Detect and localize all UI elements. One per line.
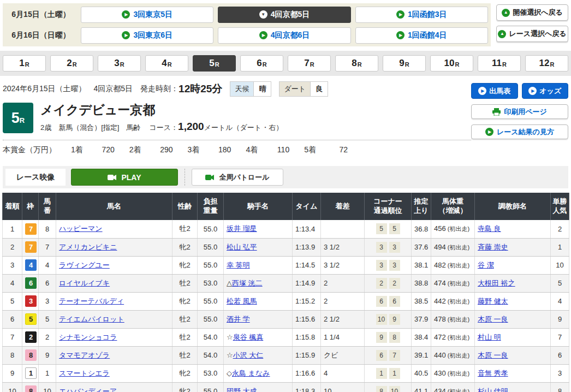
shutuba-button[interactable]: 出馬表: [471, 83, 518, 99]
trainer-link[interactable]: 寺島 良: [478, 224, 501, 233]
meeting-tab[interactable]: 1回函館4日: [355, 27, 488, 44]
race-tab-4r[interactable]: 4R: [145, 55, 188, 72]
back-button[interactable]: レース選択へ戻る: [496, 26, 568, 42]
jockey-link[interactable]: 幸 英明: [227, 261, 250, 269]
back-button[interactable]: 開催選択へ戻る: [496, 4, 568, 21]
race-tab-3r[interactable]: 3R: [98, 55, 141, 72]
last-3f: 37.9: [412, 310, 431, 328]
prize-amount: 290: [150, 145, 173, 154]
trainer-link[interactable]: 村山 明: [478, 333, 501, 341]
finish-time: 1:13.4: [293, 220, 321, 238]
horse-name-link[interactable]: テイエムパイロット: [59, 315, 124, 323]
patrol-button-label: 全周パトロール: [219, 173, 269, 182]
meeting-tab[interactable]: 1回函館3日: [355, 7, 488, 23]
meeting-nav-rows: 6月15日（土曜）3回東京5日4回京都5日1回函館3日6月16日（日曜）3回東京…: [3, 3, 491, 46]
horse-weight-cell: 434 (初出走): [431, 382, 475, 392]
last-3f: 40.5: [412, 364, 431, 382]
trainer-link[interactable]: 音無 秀孝: [478, 369, 508, 377]
horse-name-link[interactable]: スマートシエラ: [59, 369, 110, 377]
margin: 3 1/2: [321, 238, 365, 256]
arrow-up-icon: [502, 9, 510, 17]
race-tab-6r[interactable]: 6R: [240, 55, 283, 72]
back-button-label: 開催選択へ戻る: [513, 8, 563, 17]
race-tab-8r[interactable]: 8R: [335, 55, 378, 72]
sex-age: 牝2: [173, 364, 198, 382]
horse-weight-cell: 440 (初出走): [431, 346, 475, 364]
race-tab-10r[interactable]: 10R: [430, 55, 473, 72]
horse-name-cell: エハバンディーア: [56, 382, 173, 392]
meeting-tab[interactable]: 4回京都5日: [218, 7, 350, 23]
jockey-link[interactable]: 永島 まなみ: [232, 369, 270, 377]
race-tab-1r[interactable]: 1R: [3, 55, 46, 72]
horse-weight-note: (初出走): [446, 388, 469, 392]
prize-label: 本賞金（万円）: [3, 145, 56, 155]
horse-name-link[interactable]: エハバンディーア: [59, 387, 117, 392]
jockey-link[interactable]: 松山 弘平: [227, 243, 257, 251]
trainer-link[interactable]: 谷 潔: [478, 261, 494, 269]
results-guide-button[interactable]: レース結果の見方: [471, 124, 568, 139]
jockey-link[interactable]: 団野 大成: [227, 387, 257, 392]
horse-number: 1: [39, 364, 56, 382]
race-tab-11r[interactable]: 11R: [478, 55, 521, 72]
meeting-tab[interactable]: 3回東京6日: [81, 27, 213, 44]
corner-position: 1: [389, 368, 400, 379]
back-button-label: レース選択へ戻る: [509, 29, 566, 39]
result-row: 10810エハバンディーア牝255.0団野 大成1:18.31081041.14…: [3, 382, 569, 392]
race-tab-2r[interactable]: 2R: [50, 55, 93, 72]
bracket-cell: 7: [22, 220, 39, 238]
race-title-row: 5 R メイクデビュー京都 2歳 新馬（混合）[指定] 馬齢 コース： 1,20…: [3, 103, 471, 133]
horse-weight-note: (初出走): [446, 316, 469, 323]
result-row: 889タマモアオゾラ牡254.0☆小沢 大仁1:15.9クビ6739.1440 …: [3, 346, 569, 364]
odds-button[interactable]: オッズ: [522, 83, 569, 99]
arrow-right-icon: [478, 87, 486, 95]
horse-name-link[interactable]: シナモンショコラ: [59, 333, 117, 341]
trainer-link[interactable]: 藤野 健太: [478, 297, 508, 305]
horse-name-link[interactable]: ロイヤルイブキ: [59, 279, 110, 287]
corner-position: 10: [389, 386, 400, 392]
meeting-tab[interactable]: 4回京都6日: [218, 27, 350, 44]
meeting-tab[interactable]: 3回東京5日: [81, 7, 213, 23]
column-header: 推定 上り: [412, 193, 431, 220]
carried-weight: 55.0: [198, 238, 224, 256]
trainer-link[interactable]: 大根田 裕之: [478, 279, 515, 287]
race-tab-9r[interactable]: 9R: [383, 55, 426, 72]
race-tab-12r[interactable]: 12R: [525, 55, 568, 72]
horse-name-link[interactable]: タマモアオゾラ: [59, 351, 110, 359]
arrow-right-icon: [259, 31, 267, 39]
win-popularity: 3: [551, 364, 569, 382]
trainer-link[interactable]: 斉藤 崇史: [478, 243, 508, 251]
horse-name-link[interactable]: ハッピーマン: [59, 224, 103, 233]
win-popularity: 10: [551, 256, 569, 274]
patrol-video-button[interactable]: 全周パトロール: [192, 169, 283, 186]
nav-date-row: 6月16日（日曜）3回東京6日4回京都6日1回函館4日: [5, 26, 488, 44]
horse-name-link[interactable]: アメリカンビキニ: [59, 243, 117, 251]
jockey-cell: ☆小沢 大仁: [224, 346, 293, 364]
jockey-link[interactable]: 小沢 大仁: [233, 351, 264, 359]
top-navigation: 6月15日（土曜）3回東京5日4回京都5日1回函館3日6月16日（日曜）3回東京…: [0, 0, 571, 46]
jockey-link[interactable]: 酒井 学: [227, 315, 250, 323]
horse-weight-note: (初出走): [446, 298, 469, 305]
trainer-link[interactable]: 杉山 佳明: [478, 387, 508, 392]
blue-button-row: 出馬表 オッズ: [471, 83, 568, 99]
finish-time: 1:14.5: [293, 256, 321, 274]
trainer-link[interactable]: 木原 一良: [478, 315, 508, 323]
prize-place: 5着: [304, 145, 316, 154]
race-tab-suffix: R: [73, 61, 77, 68]
horse-weight: 434: [434, 387, 446, 392]
print-page-button[interactable]: 印刷用ページ: [471, 104, 568, 119]
sex-age: 牝2: [173, 292, 198, 310]
prize-amount: 72: [325, 145, 348, 154]
bracket-cell: 4: [22, 256, 39, 274]
jockey-link[interactable]: 西塚 洸二: [232, 279, 263, 287]
horse-name-link[interactable]: ラヴィングユー: [59, 261, 110, 269]
race-tab-5r[interactable]: 5R: [193, 55, 236, 72]
trainer-link[interactable]: 木原 一良: [478, 351, 508, 359]
jockey-link[interactable]: 泉谷 楓真: [233, 333, 264, 341]
jockey-link[interactable]: 坂井 瑠星: [227, 224, 257, 233]
race-title: メイクデビュー京都: [40, 103, 283, 117]
jockey-link[interactable]: 松若 風馬: [227, 297, 257, 305]
corner-positions: 67: [365, 346, 412, 364]
play-button[interactable]: PLAY: [71, 169, 178, 186]
race-tab-7r[interactable]: 7R: [288, 55, 331, 72]
horse-name-link[interactable]: テーオーテバルディ: [59, 297, 124, 305]
